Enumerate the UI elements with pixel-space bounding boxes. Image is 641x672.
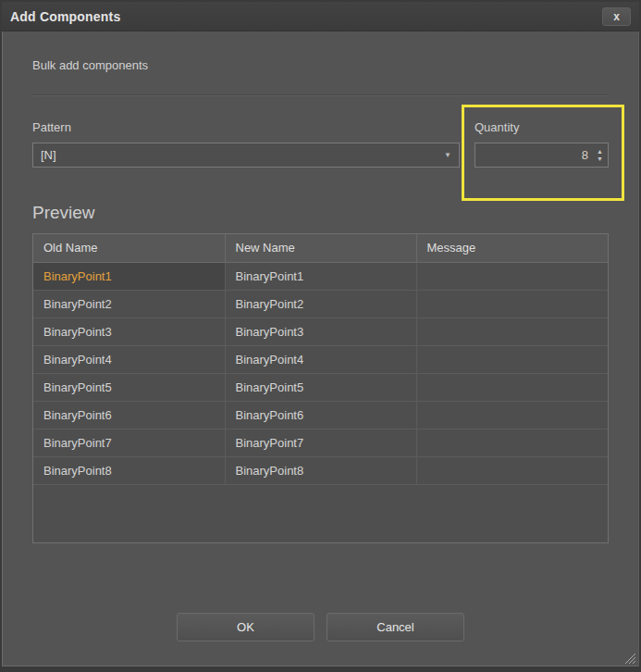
cell-old-name: BinaryPoint7 xyxy=(33,429,225,456)
preview-table-container: Old NameNew NameMessage BinaryPoint1Bina… xyxy=(32,233,609,543)
table-row[interactable]: BinaryPoint6BinaryPoint6 xyxy=(33,401,608,429)
cell-new-name: BinaryPoint3 xyxy=(225,317,416,345)
table-row[interactable]: BinaryPoint3BinaryPoint3 xyxy=(33,317,608,345)
column-header[interactable]: New Name xyxy=(225,234,416,262)
cell-message xyxy=(416,290,608,317)
spinner-up-icon[interactable]: ▲ xyxy=(597,149,603,154)
quantity-field-group: Quantity 8 ▲ ▼ xyxy=(475,120,609,168)
preview-table: Old NameNew NameMessage BinaryPoint1Bina… xyxy=(33,234,608,485)
cell-message xyxy=(416,317,608,345)
divider xyxy=(32,94,609,95)
preview-table-head: Old NameNew NameMessage xyxy=(33,234,608,262)
quantity-label: Quantity xyxy=(475,120,609,134)
dialog-title: Add Components xyxy=(10,9,120,24)
cell-old-name: BinaryPoint4 xyxy=(33,345,225,373)
table-row[interactable]: BinaryPoint4BinaryPoint4 xyxy=(33,345,608,373)
chevron-down-icon: ▼ xyxy=(444,151,451,159)
cell-old-name: BinaryPoint1 xyxy=(33,262,225,290)
pattern-field-group: Pattern [N] ▼ xyxy=(32,120,460,168)
title-bar[interactable]: Add Components x xyxy=(2,2,639,31)
close-button[interactable]: x xyxy=(602,7,631,26)
cell-message xyxy=(416,429,608,456)
footer: OK Cancel xyxy=(2,613,639,641)
quantity-stepper: ▲ ▼ xyxy=(597,149,603,161)
form-row: Pattern [N] ▼ Quantity 8 ▲ ▼ xyxy=(32,120,609,168)
preview-table-head-row: Old NameNew NameMessage xyxy=(33,234,608,262)
pattern-dropdown[interactable]: [N] ▼ xyxy=(32,143,460,168)
bulk-add-label: Bulk add components xyxy=(32,58,609,72)
table-row[interactable]: BinaryPoint5BinaryPoint5 xyxy=(33,373,608,401)
cell-new-name: BinaryPoint2 xyxy=(225,290,416,317)
cell-new-name: BinaryPoint7 xyxy=(225,429,416,456)
resize-grip-icon[interactable] xyxy=(622,650,636,665)
quantity-input[interactable]: 8 ▲ ▼ xyxy=(475,143,609,168)
cell-new-name: BinaryPoint1 xyxy=(225,262,416,290)
cell-new-name: BinaryPoint8 xyxy=(225,456,416,484)
quantity-value: 8 xyxy=(582,148,588,162)
cell-old-name: BinaryPoint2 xyxy=(33,290,225,317)
cell-message xyxy=(416,345,608,373)
cell-old-name: BinaryPoint8 xyxy=(33,456,225,484)
cell-new-name: BinaryPoint4 xyxy=(225,345,416,373)
table-row[interactable]: BinaryPoint2BinaryPoint2 xyxy=(33,290,608,317)
cell-new-name: BinaryPoint5 xyxy=(225,373,416,401)
cell-message xyxy=(416,373,608,401)
cell-old-name: BinaryPoint3 xyxy=(33,317,225,345)
table-row[interactable]: BinaryPoint1BinaryPoint1 xyxy=(33,262,608,290)
cell-message xyxy=(416,262,608,290)
cell-old-name: BinaryPoint5 xyxy=(33,373,225,401)
close-icon: x xyxy=(613,11,620,22)
add-components-dialog: Add Components x Bulk add components Pat… xyxy=(0,0,641,672)
pattern-value: [N] xyxy=(41,148,56,162)
pattern-label: Pattern xyxy=(32,120,460,134)
dialog-content: Bulk add components Pattern [N] ▼ Quanti… xyxy=(2,58,639,543)
cell-old-name: BinaryPoint6 xyxy=(33,401,225,429)
cell-message xyxy=(416,401,608,429)
table-row[interactable]: BinaryPoint8BinaryPoint8 xyxy=(33,456,608,484)
table-row[interactable]: BinaryPoint7BinaryPoint7 xyxy=(33,429,608,456)
cell-new-name: BinaryPoint6 xyxy=(225,401,416,429)
cancel-button[interactable]: Cancel xyxy=(327,613,464,641)
preview-table-body: BinaryPoint1BinaryPoint1BinaryPoint2Bina… xyxy=(33,262,608,484)
preview-heading: Preview xyxy=(32,203,609,223)
cell-message xyxy=(416,456,608,484)
column-header[interactable]: Old Name xyxy=(33,234,225,262)
ok-button[interactable]: OK xyxy=(177,613,314,641)
column-header[interactable]: Message xyxy=(416,234,608,262)
spinner-down-icon[interactable]: ▼ xyxy=(597,156,603,161)
